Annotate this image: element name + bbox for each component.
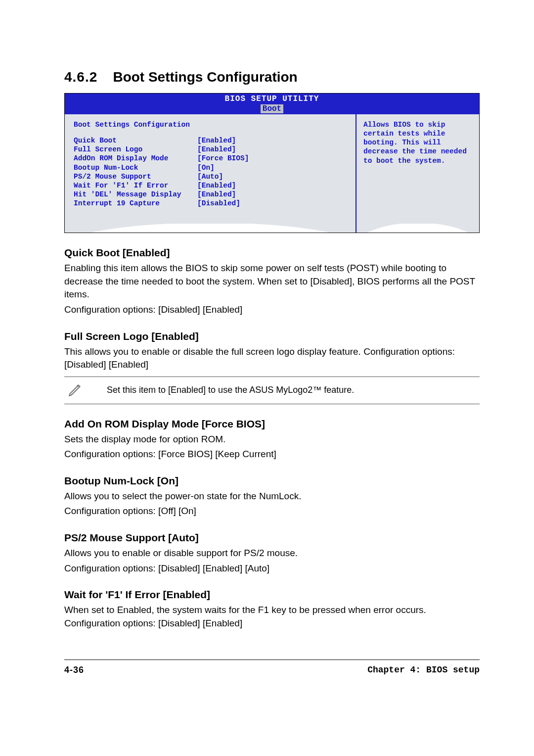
option-body: Allows you to select the power-on state … xyxy=(64,490,480,503)
bios-help-pane: Allows BIOS to skip certain tests while … xyxy=(356,114,479,224)
note-box: Set this item to [Enabled] to use the AS… xyxy=(64,377,480,404)
bios-setting-value: [Enabled] xyxy=(197,181,236,190)
note-text: Set this item to [Enabled] to use the AS… xyxy=(107,385,480,395)
option-heading: Full Screen Logo [Enabled] xyxy=(64,331,480,342)
section-title: Boot Settings Configuration xyxy=(113,69,297,85)
bios-settings-pane: Boot Settings Configuration Quick Boot[E… xyxy=(65,114,356,224)
option-body: Configuration options: [Disabled] [Enabl… xyxy=(64,303,480,317)
bios-utility-title: BIOS SETUP UTILITY xyxy=(65,94,479,104)
bios-setting-label: Full Screen Logo xyxy=(74,145,197,154)
bios-setting-label: Interrupt 19 Capture xyxy=(74,199,197,208)
option-heading: Add On ROM Display Mode [Force BIOS] xyxy=(64,418,480,430)
bios-setting-row: Bootup Num-Lock[On] xyxy=(74,163,347,172)
bios-setting-label: AddOn ROM Display Mode xyxy=(74,154,197,163)
option-body: Configuration options: [Disabled] [Enabl… xyxy=(64,562,480,575)
bios-setting-value: [Force BIOS] xyxy=(197,154,249,163)
chapter-label: Chapter 4: BIOS setup xyxy=(367,665,480,675)
bios-setting-label: PS/2 Mouse Support xyxy=(74,172,197,181)
bios-tab-row: Boot xyxy=(65,104,479,114)
option-body: Sets the display mode for option ROM. xyxy=(64,433,480,446)
bios-screenshot: BIOS SETUP UTILITY Boot Boot Settings Co… xyxy=(64,93,480,233)
option-heading: Quick Boot [Enabled] xyxy=(64,247,480,259)
page-number: 4-36 xyxy=(64,665,84,675)
bios-setting-label: Wait For 'F1' If Error xyxy=(74,181,197,190)
bios-setting-row: AddOn ROM Display Mode[Force BIOS] xyxy=(74,154,347,163)
bios-setting-row: Full Screen Logo[Enabled] xyxy=(74,145,347,154)
option-heading: Wait for 'F1' If Error [Enabled] xyxy=(64,589,480,601)
bios-setting-row: Quick Boot[Enabled] xyxy=(74,136,347,145)
bios-setting-value: [On] xyxy=(197,163,215,172)
bios-setting-value: [Disabled] xyxy=(197,199,240,208)
section-heading: 4.6.2 Boot Settings Configuration xyxy=(64,69,480,85)
option-heading: PS/2 Mouse Support [Auto] xyxy=(64,532,480,544)
option-body: Configuration options: [Off] [On] xyxy=(64,505,480,518)
bios-setting-row: Wait For 'F1' If Error[Enabled] xyxy=(74,181,347,190)
option-body: When set to Enabled, the system waits fo… xyxy=(64,604,480,630)
pencil-icon xyxy=(64,381,107,400)
bios-setting-label: Quick Boot xyxy=(74,136,197,145)
bios-tab-boot: Boot xyxy=(261,104,283,113)
bios-setting-row: Hit 'DEL' Message Display[Enabled] xyxy=(74,190,347,199)
bios-setting-value: [Auto] xyxy=(197,172,223,181)
bios-help-text: Allows BIOS to skip certain tests while … xyxy=(363,121,467,165)
bios-setting-value: [Enabled] xyxy=(197,136,236,145)
bios-config-title: Boot Settings Configuration xyxy=(74,120,347,129)
bios-setting-row: Interrupt 19 Capture[Disabled] xyxy=(74,199,347,208)
bios-setting-value: [Enabled] xyxy=(197,145,236,154)
section-number: 4.6.2 xyxy=(64,69,97,85)
bios-setting-value: [Enabled] xyxy=(197,190,236,199)
option-body: Allows you to enable or disable support … xyxy=(64,547,480,560)
bios-setting-row: PS/2 Mouse Support[Auto] xyxy=(74,172,347,181)
option-body: Configuration options: [Force BIOS] [Kee… xyxy=(64,448,480,461)
bios-setting-label: Hit 'DEL' Message Display xyxy=(74,190,197,199)
option-body: This allows you to enable or disable the… xyxy=(64,345,480,372)
page-footer: 4-36 Chapter 4: BIOS setup xyxy=(64,660,480,675)
option-body: Enabling this item allows the BIOS to sk… xyxy=(64,262,480,301)
option-heading: Bootup Num-Lock [On] xyxy=(64,475,480,487)
bios-setting-label: Bootup Num-Lock xyxy=(74,163,197,172)
